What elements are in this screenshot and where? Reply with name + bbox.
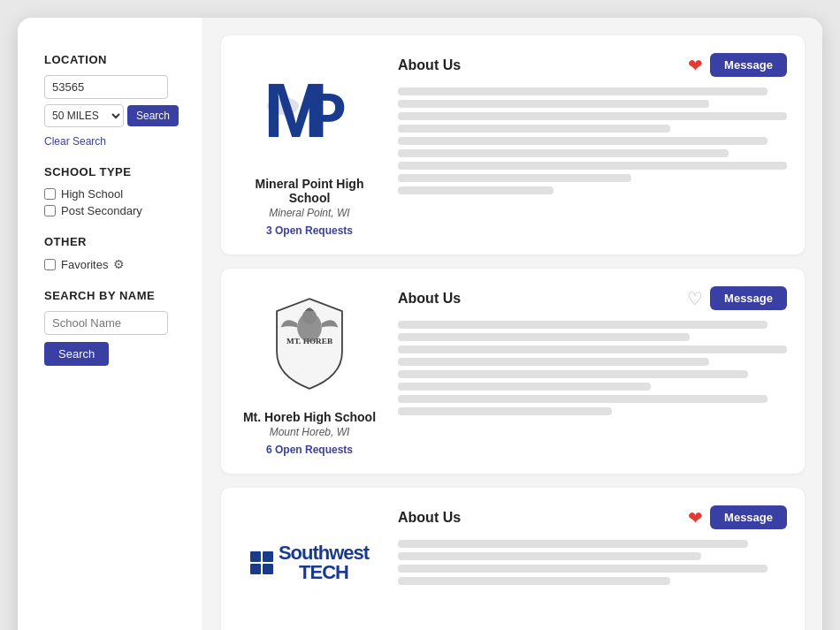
school-card-mineral-point: M P Mineral Point High School Mineral Po…: [221, 35, 805, 254]
school-card-mt-horeb: MT. HOREB Mt. Horeb High School Mount Ho…: [221, 269, 805, 474]
card-right-southwest-tech: About Us ❤ Message: [398, 505, 787, 630]
content-line: [398, 87, 767, 95]
content-line: [398, 395, 767, 403]
gear-icon[interactable]: ⚙: [113, 257, 125, 271]
mt-horeb-logo: MT. HOREB: [252, 286, 367, 401]
about-us-title-mt-horeb: About Us: [398, 291, 461, 307]
content-line: [398, 540, 748, 548]
svg-point-5: [302, 309, 317, 324]
other-section: OTHER Favorites ⚙: [44, 235, 185, 271]
main-content: M P Mineral Point High School Mineral Po…: [203, 18, 822, 630]
mineral-point-open-requests[interactable]: 3 Open Requests: [266, 224, 353, 237]
high-school-label: High School: [61, 187, 123, 201]
card-actions-sw-tech: ❤ Message: [688, 505, 787, 529]
sw-tech-logo: Southwest TECH: [252, 505, 367, 620]
post-secondary-checkbox[interactable]: [44, 205, 56, 216]
high-school-checkbox-label[interactable]: High School: [44, 187, 185, 201]
high-school-checkbox[interactable]: [44, 188, 56, 200]
mineral-point-location: Mineral Point, WI: [269, 207, 349, 219]
clear-search-link[interactable]: Clear Search: [44, 135, 106, 148]
svg-point-2: [267, 97, 299, 115]
content-line: [398, 186, 554, 194]
favorites-label: Favorites: [61, 258, 108, 271]
mineral-point-name: Mineral Point High School: [239, 177, 380, 205]
content-line: [398, 345, 787, 353]
content-line: [398, 358, 709, 366]
location-controls-row: 50 MILES 25 MILES 10 MILES 100 MILES Sea…: [44, 104, 185, 127]
school-type-section: SCHOOL TYPE High School Post Secondary: [44, 165, 185, 217]
about-us-header-mineral-point: About Us ❤ Message: [398, 53, 787, 77]
content-line: [398, 370, 748, 378]
card-right-mt-horeb: About Us ♡ Message: [398, 286, 787, 456]
mt-horeb-name: Mt. Horeb High School: [243, 410, 376, 424]
search-name-button[interactable]: Search: [44, 342, 109, 366]
location-title: LOCATION: [44, 53, 185, 66]
content-line: [398, 100, 709, 108]
miles-select[interactable]: 50 MILES 25 MILES 10 MILES 100 MILES: [44, 104, 124, 127]
about-us-content-mt-horeb: [398, 321, 787, 415]
message-button-sw-tech[interactable]: Message: [710, 505, 787, 529]
post-secondary-label: Post Secondary: [61, 204, 142, 217]
svg-text:P: P: [305, 81, 347, 150]
mt-horeb-open-requests[interactable]: 6 Open Requests: [266, 444, 353, 456]
card-actions-mineral-point: ❤ Message: [688, 53, 787, 77]
favorites-checkbox[interactable]: [44, 259, 56, 270]
search-location-button[interactable]: Search: [127, 105, 179, 126]
content-line: [398, 407, 612, 415]
search-by-name-section: SEARCH BY NAME Search: [44, 289, 185, 366]
mineral-point-logo: M P: [252, 53, 367, 168]
content-line: [398, 112, 787, 120]
favorites-row: Favorites ⚙: [44, 257, 185, 271]
content-line: [398, 162, 787, 170]
about-us-content-sw-tech: [398, 540, 787, 585]
app-container: LOCATION 50 MILES 25 MILES 10 MILES 100 …: [18, 18, 822, 630]
content-line: [398, 383, 651, 391]
favorite-icon-sw-tech[interactable]: ❤: [688, 507, 703, 528]
about-us-content-mineral-point: [398, 87, 787, 194]
about-us-title-sw-tech: About Us: [398, 510, 461, 526]
card-right-mineral-point: About Us ❤ Message: [398, 53, 787, 237]
favorite-icon-mineral-point[interactable]: ❤: [688, 55, 703, 76]
card-left-mt-horeb: MT. HOREB Mt. Horeb High School Mount Ho…: [239, 286, 380, 456]
search-by-name-title: SEARCH BY NAME: [44, 289, 185, 302]
other-title: OTHER: [44, 235, 185, 248]
mt-horeb-location: Mount Horeb, WI: [270, 426, 350, 438]
content-line: [398, 565, 767, 573]
school-type-title: SCHOOL TYPE: [44, 165, 185, 178]
content-line: [398, 137, 767, 145]
message-button-mt-horeb[interactable]: Message: [710, 286, 787, 310]
sidebar: LOCATION 50 MILES 25 MILES 10 MILES 100 …: [18, 18, 203, 630]
about-us-title-mineral-point: About Us: [398, 57, 461, 73]
card-actions-mt-horeb: ♡ Message: [687, 286, 787, 310]
school-name-input[interactable]: [44, 311, 168, 335]
message-button-mineral-point[interactable]: Message: [710, 53, 787, 77]
content-line: [398, 577, 670, 585]
content-line: [398, 333, 690, 341]
about-us-header-sw-tech: About Us ❤ Message: [398, 505, 787, 529]
about-us-header-mt-horeb: About Us ♡ Message: [398, 286, 787, 310]
favorite-icon-mt-horeb[interactable]: ♡: [687, 288, 703, 309]
location-section: LOCATION 50 MILES 25 MILES 10 MILES 100 …: [44, 53, 185, 165]
location-input[interactable]: [44, 75, 168, 99]
content-line: [398, 125, 670, 133]
card-left-southwest-tech: Southwest TECH Southwest Wisconsin Techn…: [239, 505, 380, 630]
school-card-southwest-tech: Southwest TECH Southwest Wisconsin Techn…: [221, 488, 805, 630]
post-secondary-checkbox-label[interactable]: Post Secondary: [44, 204, 185, 217]
content-line: [398, 149, 729, 157]
content-line: [398, 321, 767, 329]
card-left-mineral-point: M P Mineral Point High School Mineral Po…: [239, 53, 380, 237]
content-line: [398, 552, 701, 560]
content-line: [398, 174, 631, 182]
